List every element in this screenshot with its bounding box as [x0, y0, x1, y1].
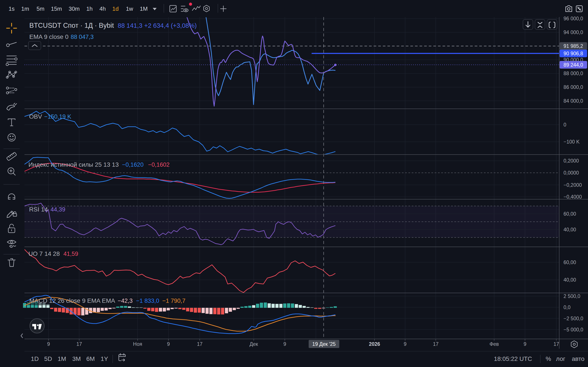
- svg-text:17: 17: [76, 341, 82, 347]
- svg-text:1Y: 1Y: [101, 355, 108, 362]
- svg-text:UO 7 14 28: UO 7 14 28: [28, 250, 60, 257]
- svg-text:19 Дек '25: 19 Дек '25: [312, 341, 336, 347]
- svg-text:90 906,8: 90 906,8: [563, 51, 583, 56]
- svg-text:−100 K: −100 K: [563, 139, 580, 145]
- svg-text:−5 000,0: −5 000,0: [563, 327, 583, 333]
- svg-text:17: 17: [433, 341, 439, 347]
- svg-text:4h: 4h: [100, 5, 106, 12]
- svg-text:91 985,2: 91 985,2: [563, 43, 583, 49]
- svg-text:15m: 15m: [51, 5, 62, 12]
- svg-text:−0,1602: −0,1602: [148, 161, 170, 168]
- svg-text:EMA 9 close 0: EMA 9 close 0: [29, 33, 69, 40]
- svg-text:Дек: Дек: [250, 341, 258, 347]
- svg-text:89 244,0: 89 244,0: [563, 62, 583, 68]
- svg-text:40,00: 40,00: [563, 227, 576, 233]
- svg-text:−1 833,0: −1 833,0: [136, 298, 159, 304]
- svg-text:9: 9: [284, 341, 286, 347]
- svg-text:1d: 1d: [112, 5, 119, 12]
- svg-text:Фев: Фев: [490, 341, 499, 347]
- svg-text:0,0: 0,0: [563, 305, 571, 310]
- svg-text:1w: 1w: [126, 5, 133, 12]
- svg-text:Индекс истинной силы 25 13 13: Индекс истинной силы 25 13 13: [28, 161, 119, 168]
- svg-text:17: 17: [553, 341, 559, 347]
- svg-text:−1 790,7: −1 790,7: [162, 298, 185, 304]
- svg-text:60,00: 60,00: [563, 211, 576, 217]
- svg-text:41,59: 41,59: [63, 250, 78, 257]
- svg-text:1M: 1M: [140, 5, 148, 12]
- svg-text:Ноя: Ноя: [133, 341, 142, 347]
- svg-text:5D: 5D: [44, 355, 52, 362]
- svg-text:86 000,0: 86 000,0: [563, 84, 583, 90]
- svg-text:MACD 12 26 close 9 EMA EMA: MACD 12 26 close 9 EMA EMA: [29, 297, 115, 304]
- svg-text:9: 9: [404, 341, 407, 347]
- svg-text:−42,3: −42,3: [118, 298, 133, 304]
- svg-text:OBV: OBV: [29, 113, 42, 120]
- svg-text:40,00: 40,00: [563, 277, 576, 283]
- svg-text:−0,2000: −0,2000: [563, 182, 582, 188]
- svg-text:2 500,0: 2 500,0: [563, 293, 580, 299]
- svg-text:−0,1620: −0,1620: [122, 161, 144, 168]
- svg-text:лог: лог: [556, 355, 565, 362]
- svg-text:0,2000: 0,2000: [563, 158, 579, 164]
- svg-text:88 000,0: 88 000,0: [563, 71, 583, 76]
- svg-text:BTCUSDT Спот · 1Д · Bybit: BTCUSDT Спот · 1Д · Bybit: [29, 22, 114, 29]
- svg-text:3M: 3M: [72, 355, 81, 362]
- svg-text:1s: 1s: [9, 5, 14, 12]
- svg-text:1m: 1m: [21, 5, 29, 12]
- svg-text:−2 500,0: −2 500,0: [563, 316, 583, 321]
- svg-text:1h: 1h: [86, 5, 93, 12]
- svg-text:0: 0: [563, 122, 566, 128]
- svg-text:2026: 2026: [369, 341, 380, 347]
- svg-text:84 000,0: 84 000,0: [563, 98, 583, 104]
- svg-text:1D: 1D: [31, 355, 39, 362]
- svg-text:9: 9: [47, 341, 50, 347]
- svg-text:18:05:22 UTC: 18:05:22 UTC: [494, 355, 532, 362]
- svg-text:17: 17: [197, 341, 203, 347]
- svg-text:94 000,0: 94 000,0: [563, 30, 583, 35]
- svg-text:9: 9: [524, 341, 527, 347]
- svg-text:9: 9: [167, 341, 170, 347]
- svg-text:RSI 14: RSI 14: [29, 206, 48, 213]
- svg-text:−150,19 K: −150,19 K: [44, 113, 71, 120]
- svg-text:88 141,3 +2 634,4 (+3,08%): 88 141,3 +2 634,4 (+3,08%): [118, 22, 197, 29]
- svg-text:1M: 1M: [58, 355, 66, 362]
- svg-text:6M: 6M: [86, 355, 95, 362]
- svg-text:30m: 30m: [69, 5, 80, 12]
- svg-text:60,00: 60,00: [563, 259, 576, 265]
- svg-text:%: %: [546, 355, 551, 362]
- svg-text:96 000,0: 96 000,0: [563, 16, 583, 21]
- svg-text:5m: 5m: [36, 5, 44, 12]
- svg-text:авто: авто: [572, 355, 585, 362]
- svg-text:44,39: 44,39: [51, 206, 65, 213]
- svg-text:−0,4000: −0,4000: [563, 194, 582, 200]
- svg-text:88 047,3: 88 047,3: [71, 34, 94, 40]
- svg-text:0,0000: 0,0000: [563, 170, 579, 176]
